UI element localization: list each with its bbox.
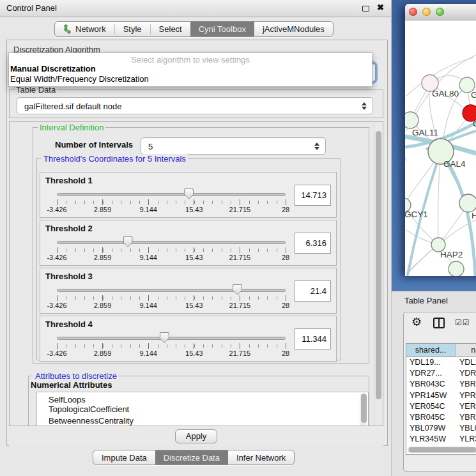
table-row[interactable]: YDR27...YDR2	[406, 368, 476, 379]
table-row[interactable]: YER054CYER0	[406, 401, 476, 412]
tab-cyni-toolbox[interactable]: Cyni Toolbox	[190, 22, 254, 36]
tab-impute-data[interactable]: Impute Data	[93, 450, 155, 464]
close-button[interactable]	[409, 8, 417, 16]
list-item[interactable]: SelfLoops	[37, 392, 368, 404]
cell-name: YPR1	[456, 390, 476, 401]
dropdown-option-equal-width[interactable]: Equal Width/Frequency Discretization	[9, 74, 372, 84]
threshold-4-slider-thumb[interactable]	[160, 332, 169, 343]
tab-select[interactable]: Select	[151, 22, 190, 36]
tab-jactive-label: jActiveMNodules	[263, 24, 325, 34]
column-checkbox-icons[interactable]: ☑☑	[455, 318, 470, 327]
tick-label: 28	[282, 302, 289, 309]
threshold-1-slider-thumb[interactable]	[184, 188, 194, 199]
slider-tick-labels: -3.426 2.859 9.144 15.43 21.715 28	[57, 206, 286, 214]
threshold-3-slider-thumb[interactable]	[233, 284, 242, 295]
threshold-2-value-field[interactable]	[295, 233, 331, 254]
table-row[interactable]: YBR043CYBR0	[406, 379, 476, 390]
tab-impute-label: Impute Data	[102, 453, 147, 463]
tick-label: 15.43	[185, 349, 203, 357]
cell-shared: YLR345W	[406, 434, 456, 445]
cell-name: YBL0	[456, 423, 476, 434]
list-item[interactable]: TopologicalCoefficient	[37, 404, 368, 415]
node-label-hap2: HAP2	[440, 250, 463, 259]
table-panel-title: Table Panel	[404, 296, 448, 305]
threshold-1-value-field[interactable]	[295, 185, 331, 206]
interval-definition-group: Interval Definition Number of Intervals …	[33, 127, 369, 364]
threshold-4-slider-track[interactable]	[57, 337, 286, 340]
thresholds-group-label: Threshold's Coordinates for 5 Intervals	[42, 154, 188, 164]
table-row[interactable]: YLR345WYLR3	[406, 434, 476, 445]
threshold-2-panel: Threshold 2 -3.426 2.859 9.144 15.43 21.…	[40, 220, 337, 266]
apply-row: Apply	[9, 427, 383, 446]
node-label-partial-g: G	[471, 90, 476, 100]
list-item[interactable]: BetweennessCentrality	[37, 415, 368, 426]
threshold-1-slider-track[interactable]	[57, 193, 286, 196]
threshold-3-slider-track[interactable]	[57, 289, 286, 292]
split-pane-icon[interactable]	[433, 318, 445, 328]
network-window-titlebar	[405, 4, 476, 20]
column-header-name[interactable]: name	[456, 344, 476, 357]
table-row[interactable]: YBR045CYBR0	[406, 412, 476, 423]
threshold-2-label: Threshold 2	[45, 224, 93, 233]
table-row[interactable]: YPR145WYPR1	[406, 390, 476, 401]
close-icon[interactable]: ✖	[377, 3, 384, 12]
attributes-group: Attributes to discretize Numerical Attri…	[28, 376, 369, 426]
cell-shared: YPR145W	[406, 390, 456, 401]
threshold-2-slider-thumb[interactable]	[123, 236, 133, 247]
tick-label: 21.715	[229, 349, 251, 357]
cell-shared: YIL052C	[406, 445, 456, 447]
tick-label: -3.426	[47, 349, 66, 357]
slider-tick-labels: -3.426 2.859 9.144 15.43 21.715 28	[57, 254, 286, 262]
threshold-3-value-field[interactable]	[295, 280, 331, 302]
tab-select-label: Select	[159, 24, 182, 34]
tick-label: 2.859	[94, 206, 112, 213]
zoom-button[interactable]	[436, 8, 444, 16]
table-row[interactable]: YIL052CYIL0	[406, 445, 476, 447]
node-partial-h[interactable]	[459, 194, 476, 212]
tick-label: 28	[282, 206, 289, 213]
cell-shared: YER054C	[406, 401, 456, 412]
threshold-4-value-field[interactable]	[295, 328, 331, 349]
cell-shared: YDL19...	[406, 357, 456, 368]
float-window-icon[interactable]	[362, 6, 369, 12]
number-of-intervals-combo[interactable]: 5	[141, 137, 326, 155]
interval-definition-label: Interval Definition	[38, 123, 105, 132]
tab-infer-label: Infer Network	[236, 453, 286, 463]
network-view-window: GAL80 G C GAL11 GAL4 GCY1 H HAP2	[405, 4, 476, 276]
slider-tick-labels: -3.426 2.859 9.144 15.43 21.715 28	[57, 302, 286, 310]
tab-network[interactable]: Network	[55, 22, 114, 36]
node-partial-bottom[interactable]	[449, 261, 464, 276]
table-row[interactable]: YDL19...YDL1	[406, 357, 476, 368]
network-canvas[interactable]: GAL80 G C GAL11 GAL4 GCY1 H HAP2	[405, 20, 476, 276]
table-row[interactable]: YBL079WYBL0	[406, 423, 476, 434]
tick-label: 9.144	[139, 349, 157, 357]
apply-button[interactable]: Apply	[175, 429, 217, 443]
gear-icon[interactable]: ⚙	[411, 315, 422, 329]
table-data-group: Table Data galFiltered.sif default node	[9, 89, 383, 118]
number-of-intervals-value: 5	[148, 141, 153, 151]
thresholds-group: Threshold's Coordinates for 5 Intervals …	[36, 158, 341, 360]
tab-discretize-data[interactable]: Discretize Data	[155, 450, 228, 464]
table-horizontal-scrollbar[interactable]	[408, 447, 476, 453]
number-of-intervals-label: Number of Intervals	[55, 140, 133, 150]
tick-label: 2.859	[94, 349, 112, 357]
node-label-partial-h: H	[472, 211, 476, 220]
minimize-button[interactable]	[422, 8, 431, 16]
dropdown-option-manual[interactable]: Manual Discretization	[9, 64, 372, 74]
settings-scroll-panel: Interval Definition Number of Intervals …	[9, 121, 383, 426]
table-rows: YDL19...YDL1 YDR27...YDR2 YBR043CYBR0 YP…	[406, 357, 476, 446]
column-header-shared-name[interactable]: shared...	[406, 344, 456, 357]
tab-style[interactable]: Style	[115, 22, 150, 36]
list-scrollbar[interactable]	[360, 394, 367, 426]
threshold-2-slider-track[interactable]	[57, 241, 286, 244]
tab-infer-network[interactable]: Infer Network	[228, 450, 294, 464]
node-gal11[interactable]	[405, 112, 418, 128]
table-data-combo[interactable]: galFiltered.sif default node	[17, 97, 373, 114]
tick-label: 9.144	[139, 254, 157, 261]
tab-jactivemnodules[interactable]: jActiveMNodules	[254, 22, 333, 36]
settings-scrollbar[interactable]	[374, 122, 383, 426]
node-label-gal4: GAL4	[443, 159, 466, 169]
cell-name: YDL1	[456, 357, 476, 368]
cyni-content: Discretization Algorithm Select algorith…	[6, 40, 388, 446]
slider-ticks	[57, 296, 286, 300]
